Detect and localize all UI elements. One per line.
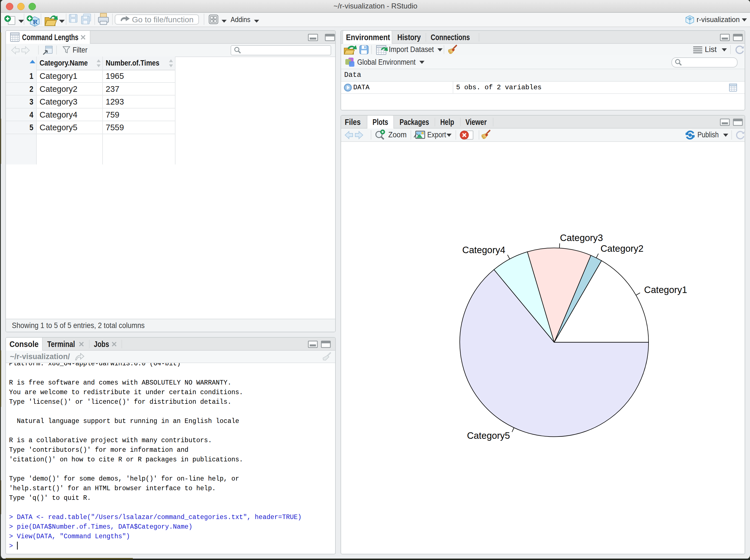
- svg-text:Category2: Category2: [600, 243, 644, 254]
- svg-text:R: R: [33, 18, 38, 25]
- svg-text:Category3: Category3: [560, 233, 603, 243]
- svg-text:R: R: [688, 16, 691, 21]
- svg-text:Category5: Category5: [467, 430, 510, 441]
- svg-text:Category1: Category1: [644, 284, 687, 295]
- svg-text:Category4: Category4: [462, 245, 505, 255]
